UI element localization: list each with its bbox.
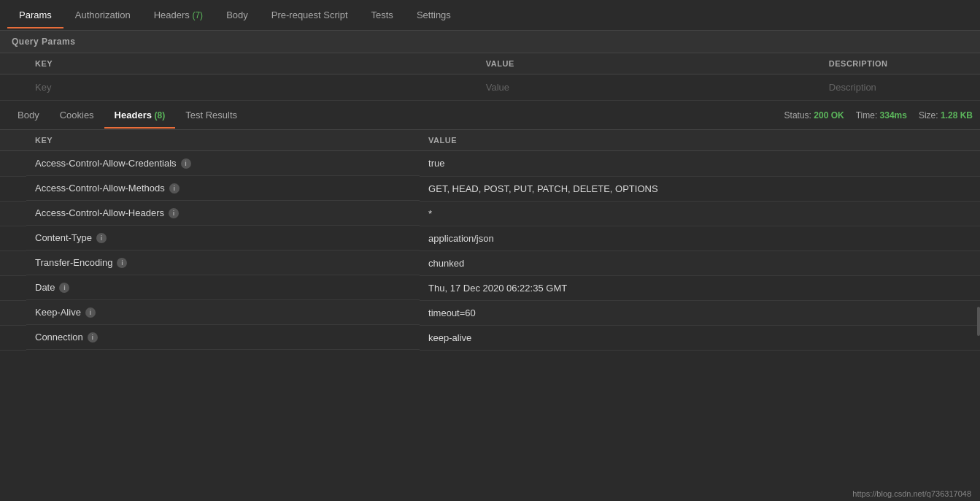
query-params-label: Query Params xyxy=(0,31,980,53)
row-checkbox xyxy=(0,250,26,275)
size-label: Size: 1.28 KB xyxy=(919,110,973,121)
table-row: Content-Typeiapplication/json xyxy=(0,226,980,250)
tab-prerequest[interactable]: Pre-request Script xyxy=(260,2,360,28)
info-icon[interactable]: i xyxy=(117,258,127,268)
params-value-header: VALUE xyxy=(477,53,820,74)
header-value-cell: keep-alive xyxy=(420,325,980,350)
header-value-col: VALUE xyxy=(420,130,980,151)
info-icon[interactable]: i xyxy=(59,283,69,293)
table-row: Access-Control-Allow-Headersi* xyxy=(0,201,980,226)
status-value: 200 OK xyxy=(814,110,844,121)
query-params-table: KEY VALUE DESCRIPTION Key Value Descript… xyxy=(0,53,980,101)
tab-tests[interactable]: Tests xyxy=(360,2,405,28)
response-tab-cookies[interactable]: Cookies xyxy=(50,102,104,128)
header-value-cell: true xyxy=(420,151,980,177)
row-description[interactable]: Description xyxy=(820,74,980,101)
header-key-cell: Access-Control-Allow-Headersi xyxy=(26,201,420,226)
row-checkbox xyxy=(0,151,26,177)
header-value-cell: chunked xyxy=(420,250,980,275)
header-key-text: Connection xyxy=(35,332,83,343)
table-row: Access-Control-Allow-MethodsiGET, HEAD, … xyxy=(0,176,980,201)
headers-badge: (7) xyxy=(192,10,203,20)
header-key-cell: Datei xyxy=(26,275,420,300)
header-key-text: Content-Type xyxy=(35,232,92,243)
row-checkbox xyxy=(0,226,26,250)
table-row: Connectionikeep-alive xyxy=(0,325,980,350)
status-bar: Status: 200 OK Time: 334ms Size: 1.28 KB xyxy=(784,110,973,121)
header-value-cell: application/json xyxy=(420,226,980,250)
header-key-text: Access-Control-Allow-Methods xyxy=(35,183,165,194)
row-checkbox xyxy=(0,201,26,226)
info-icon[interactable]: i xyxy=(181,158,191,169)
header-key-cell: Keep-Alivei xyxy=(26,300,420,325)
info-icon[interactable]: i xyxy=(169,183,180,194)
table-row: Transfer-Encodingichunked xyxy=(0,250,980,275)
response-headers-badge: (8) xyxy=(155,110,166,121)
tab-settings[interactable]: Settings xyxy=(405,2,463,28)
header-key-text: Transfer-Encoding xyxy=(35,257,112,268)
info-icon[interactable]: i xyxy=(96,233,107,243)
row-key[interactable]: Key xyxy=(26,74,477,101)
header-key-text: Keep-Alive xyxy=(35,307,81,318)
time-label: Time: 334ms xyxy=(856,110,907,121)
header-key-cell: Transfer-Encodingi xyxy=(26,250,420,275)
header-key-text: Access-Control-Allow-Headers xyxy=(35,207,164,218)
table-row: DateiThu, 17 Dec 2020 06:22:35 GMT xyxy=(0,275,980,300)
header-key-cell: Access-Control-Allow-Credentialsi xyxy=(26,151,420,176)
table-row: Access-Control-Allow-Credentialsitrue xyxy=(0,151,980,177)
header-checkbox-col xyxy=(0,130,26,151)
params-key-header: KEY xyxy=(26,53,477,74)
response-tab-body[interactable]: Body xyxy=(7,102,50,128)
info-icon[interactable]: i xyxy=(88,332,98,343)
header-key-cell: Content-Typei xyxy=(26,226,420,250)
time-value: 334ms xyxy=(880,110,907,121)
response-tab-test-results[interactable]: Test Results xyxy=(175,102,247,128)
params-checkbox-header xyxy=(0,53,26,74)
size-value: 1.28 KB xyxy=(941,110,973,121)
params-desc-header: DESCRIPTION xyxy=(820,53,980,74)
footer-url: https://blog.csdn.net/q736317048 xyxy=(844,486,980,501)
table-row: Keep-Aliveitimeout=60 xyxy=(0,300,980,325)
tab-body[interactable]: Body xyxy=(215,2,260,28)
info-icon[interactable]: i xyxy=(85,307,96,318)
header-key-text: Date xyxy=(35,282,55,293)
tab-headers[interactable]: Headers (7) xyxy=(142,2,215,28)
header-value-cell: timeout=60 xyxy=(420,300,980,325)
header-value-cell: Thu, 17 Dec 2020 06:22:35 GMT xyxy=(420,275,980,300)
header-key-cell: Access-Control-Allow-Methodsi xyxy=(26,176,420,201)
info-icon[interactable]: i xyxy=(169,208,179,218)
row-checkbox xyxy=(0,275,26,300)
response-tab-headers[interactable]: Headers (8) xyxy=(104,102,176,128)
header-value-cell: GET, HEAD, POST, PUT, PATCH, DELETE, OPT… xyxy=(420,176,980,201)
tab-authorization[interactable]: Authorization xyxy=(63,2,142,28)
tab-params[interactable]: Params xyxy=(7,2,63,28)
scrollbar[interactable] xyxy=(977,307,980,336)
header-value-cell: * xyxy=(420,201,980,226)
row-checkbox xyxy=(0,74,26,101)
header-key-cell: Connectioni xyxy=(26,325,420,350)
row-checkbox xyxy=(0,300,26,325)
response-headers-table: KEY VALUE Access-Control-Allow-Credentia… xyxy=(0,130,980,351)
row-value[interactable]: Value xyxy=(477,74,820,101)
status-label: Status: 200 OK xyxy=(784,110,844,121)
header-key-text: Access-Control-Allow-Credentials xyxy=(35,158,177,169)
top-tab-bar: Params Authorization Headers (7) Body Pr… xyxy=(0,0,980,31)
row-checkbox xyxy=(0,176,26,201)
response-tab-bar: Body Cookies Headers (8) Test Results St… xyxy=(0,101,980,130)
header-key-col: KEY xyxy=(26,130,420,151)
table-row: Key Value Description xyxy=(0,74,980,101)
row-checkbox xyxy=(0,325,26,350)
